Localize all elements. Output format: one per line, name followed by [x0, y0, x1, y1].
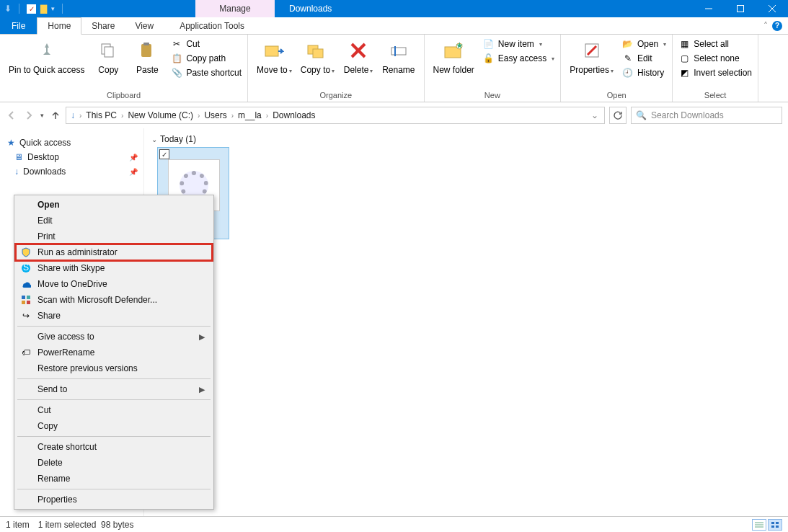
select-none-icon: ▢ [678, 53, 690, 64]
address-bar[interactable]: ↓ › This PC› New Volume (C:)› Users› m__… [66, 107, 605, 124]
ctx-give-access[interactable]: Give access to▶ [16, 329, 212, 345]
onedrive-icon [20, 278, 32, 290]
selection-checkbox[interactable]: ✓ [159, 149, 169, 159]
breadcrumb-seg[interactable]: New Volume (C:) [125, 110, 196, 120]
maximize-button[interactable] [725, 0, 756, 17]
open-icon: 📂 [622, 38, 634, 50]
contextual-tab-manage[interactable]: Manage [195, 0, 275, 17]
svg-rect-22 [27, 296, 30, 299]
copy-button[interactable]: Copy [89, 36, 128, 75]
breadcrumb-seg[interactable]: This PC [83, 110, 120, 120]
properties-button[interactable]: Properties▾ [565, 36, 618, 75]
tab-share[interactable]: Share [81, 17, 125, 34]
down-arrow-icon[interactable]: ⬇ [4, 4, 12, 14]
minimize-button[interactable] [693, 0, 725, 17]
ctx-share-skype[interactable]: S Share with Skype [16, 260, 212, 276]
new-folder-button[interactable]: ★ New folder [429, 36, 479, 75]
open-button[interactable]: 📂Open▾ [621, 37, 668, 50]
qat-dropdown-icon[interactable]: ▾ [51, 5, 55, 12]
select-none-button[interactable]: ▢Select none [677, 52, 753, 65]
pin-icon: 📌 [129, 154, 138, 161]
checkbox-icon[interactable]: ✓ [27, 4, 36, 14]
date-group-header[interactable]: ⌄ Today (1) [151, 131, 781, 147]
delete-button[interactable]: Delete▾ [339, 36, 378, 75]
breadcrumb-seg[interactable]: Downloads [270, 110, 318, 120]
tab-home[interactable]: Home [37, 17, 81, 35]
ctx-properties[interactable]: Properties [16, 492, 212, 507]
easy-access-button[interactable]: 🔓Easy access▾ [482, 52, 556, 65]
refresh-button[interactable] [609, 107, 627, 124]
search-box[interactable]: 🔍 Search Downloads [631, 107, 782, 124]
quick-access-icon: ★ [7, 138, 15, 148]
paste-shortcut-button[interactable]: 📎Paste shortcut [169, 66, 243, 79]
up-button[interactable] [50, 110, 61, 121]
quick-access-toolbar: ⬇ ✓ ▇ ▾ [0, 0, 66, 17]
svg-rect-23 [22, 301, 25, 304]
large-icons-view-button[interactable] [768, 519, 782, 531]
ctx-powerrename[interactable]: 🏷 PowerRename [16, 345, 212, 360]
address-dropdown-icon[interactable]: ⌄ [587, 110, 603, 120]
ctx-rename[interactable]: Rename [16, 471, 212, 487]
pin-to-quick-access-button[interactable]: Pin to Quick access [4, 36, 89, 75]
scissors-icon: ✂ [171, 38, 182, 50]
sidebar-item-downloads[interactable]: ↓ Downloads 📌 [0, 164, 143, 179]
paste-button[interactable]: Paste [128, 36, 167, 75]
search-placeholder: Search Downloads [651, 110, 724, 120]
submenu-arrow-icon: ▶ [199, 385, 205, 394]
ctx-move-onedrive[interactable]: Move to OneDrive [16, 276, 212, 292]
tab-application-tools[interactable]: Application Tools [169, 17, 254, 34]
desktop-icon: 🖥 [14, 152, 23, 162]
status-bar: 1 item 1 item selected 98 bytes [0, 516, 788, 532]
skype-icon: S [20, 262, 32, 274]
close-button[interactable] [756, 0, 788, 17]
copy-path-button[interactable]: 📋Copy path [169, 52, 243, 65]
rename-button[interactable]: Rename [378, 36, 419, 75]
svg-rect-24 [27, 301, 30, 304]
ribbon-group-select: ▦Select all ▢Select none ◩Invert selecti… [673, 35, 758, 102]
context-menu: Open Edit Print Run as administrator S S… [14, 195, 214, 510]
ctx-create-shortcut[interactable]: Create shortcut [16, 439, 212, 455]
svg-rect-1 [738, 6, 744, 12]
ctx-cut[interactable]: Cut [16, 402, 212, 418]
tab-view[interactable]: View [125, 17, 164, 34]
new-item-button[interactable]: 📄New item▾ [482, 37, 556, 50]
ctx-send-to[interactable]: Send to▶ [16, 381, 212, 397]
ctx-copy[interactable]: Copy [16, 418, 212, 434]
edit-button[interactable]: ✎Edit [621, 52, 668, 65]
defender-icon [20, 294, 32, 306]
collapse-ribbon-icon[interactable]: ˄ [763, 21, 768, 31]
copy-to-button[interactable]: Copy to▾ [296, 36, 339, 75]
sidebar-item-desktop[interactable]: 🖥 Desktop 📌 [0, 150, 143, 164]
svg-rect-29 [776, 522, 779, 524]
details-view-button[interactable] [752, 519, 766, 531]
ctx-share[interactable]: ↪ Share [16, 308, 212, 324]
pin-icon: 📌 [129, 168, 138, 176]
svg-text:★: ★ [456, 42, 464, 50]
downloads-icon: ↓ [14, 167, 19, 177]
forward-button[interactable] [23, 110, 35, 121]
ctx-edit[interactable]: Edit [16, 213, 212, 229]
ctx-scan-defender[interactable]: Scan with Microsoft Defender... [16, 292, 212, 308]
ctx-print[interactable]: Print [16, 229, 212, 244]
history-button[interactable]: 🕘History [621, 66, 668, 79]
ribbon-tabs: File Home Share View Application Tools ˄… [0, 17, 788, 35]
ctx-restore-versions[interactable]: Restore previous versions [16, 360, 212, 376]
ctx-delete[interactable]: Delete [16, 455, 212, 471]
copy-to-icon [306, 39, 329, 62]
invert-selection-button[interactable]: ◩Invert selection [677, 66, 753, 79]
tab-file[interactable]: File [0, 17, 37, 34]
cut-button[interactable]: ✂Cut [169, 37, 243, 50]
folder-icon[interactable]: ▇ [40, 4, 47, 14]
back-button[interactable] [6, 110, 17, 121]
ctx-open[interactable]: Open [16, 197, 212, 213]
select-all-button[interactable]: ▦Select all [677, 37, 753, 50]
ctx-run-as-administrator[interactable]: Run as administrator [16, 244, 212, 260]
content-pane[interactable]: ⌄ Today (1) ✓ tch. [144, 128, 788, 516]
recent-locations-button[interactable]: ▾ [40, 112, 44, 119]
svg-rect-6 [141, 44, 151, 57]
breadcrumb-seg[interactable]: m__la [235, 110, 265, 120]
breadcrumb-seg[interactable]: Users [201, 110, 229, 120]
sidebar-item-quick-access[interactable]: ★ Quick access [0, 136, 143, 150]
help-icon[interactable]: ? [772, 21, 782, 31]
move-to-button[interactable]: Move to▾ [252, 36, 296, 75]
